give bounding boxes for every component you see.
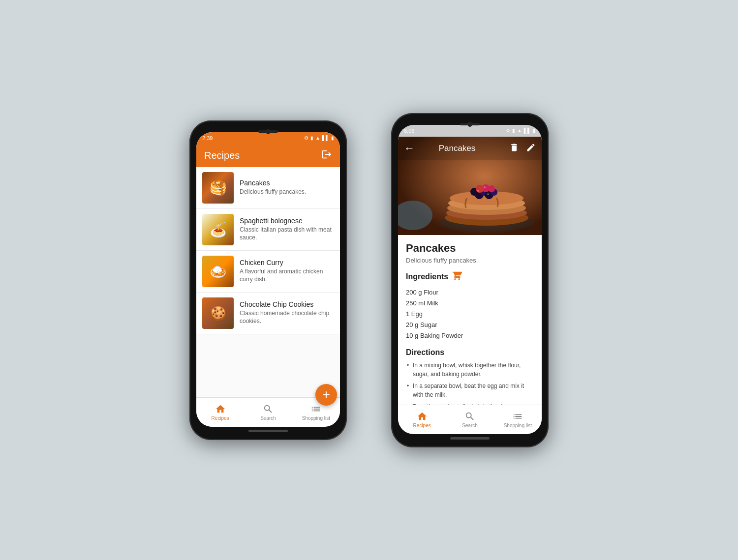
svg-point-15 bbox=[476, 185, 484, 193]
list-icon-right bbox=[512, 411, 523, 422]
cart-icon[interactable] bbox=[452, 271, 462, 283]
recipe-name-spaghetti: Spaghetti bolognese bbox=[240, 217, 334, 225]
direction-2: Pour the wet ingredients into the dry in… bbox=[406, 402, 534, 405]
recipe-item-cookies[interactable]: Chocolate Chip Cookies Classic homemade … bbox=[196, 293, 340, 334]
camera-right bbox=[467, 122, 472, 127]
pancake-image: ← Pancakes bbox=[398, 137, 542, 235]
wifi-icon-right: ▲ bbox=[517, 128, 522, 133]
list-icon-left bbox=[310, 404, 321, 414]
directions-list: In a mixing bowl, whisk together the flo… bbox=[406, 361, 534, 405]
direction-1: In a separate bowl, beat the egg and mix… bbox=[406, 382, 534, 399]
recipe-item-curry[interactable]: Chicken Curry A flavorful and aromatic c… bbox=[196, 251, 340, 293]
ingredient-0: 200 g Flour bbox=[406, 287, 534, 298]
recipe-info-curry: Chicken Curry A flavorful and aromatic c… bbox=[240, 259, 334, 283]
search-icon-right bbox=[464, 411, 475, 422]
recipe-name-pancakes: Pancakes bbox=[240, 179, 334, 187]
detail-header-title: Pancakes bbox=[405, 144, 509, 153]
app-title-left: Recipes bbox=[204, 150, 240, 161]
recipe-desc-spaghetti: Classic Italian pasta dish with meat sau… bbox=[240, 226, 334, 241]
status-icons-left: ⚙ ▮ ▲ ▌▌ ▮ bbox=[304, 135, 334, 141]
svg-point-14 bbox=[488, 185, 495, 192]
gear-icon-right: ⚙ bbox=[506, 128, 510, 133]
nav-item-recipes-right[interactable]: Recipes bbox=[398, 408, 446, 431]
recipe-name-cookies: Chocolate Chip Cookies bbox=[240, 300, 334, 308]
signal-bars-icon: ▌▌ bbox=[322, 135, 329, 141]
recipe-info-spaghetti: Spaghetti bolognese Classic Italian past… bbox=[240, 217, 334, 241]
recipe-thumb-pancakes bbox=[202, 172, 234, 204]
svg-point-18 bbox=[487, 193, 489, 195]
home-icon-left bbox=[215, 404, 226, 414]
gear-icon: ⚙ bbox=[304, 135, 308, 141]
nav-item-shopping-right[interactable]: Shopping list bbox=[494, 408, 542, 431]
phone-right: 6:06 ⚙ ▮ ▲ ▌▌ ▮ bbox=[391, 113, 549, 447]
screen-left: 2:39 ⚙ ▮ ▲ ▌▌ ▮ Recipes bbox=[196, 132, 340, 427]
recipe-detail-desc: Delicious fluffy pancakes. bbox=[406, 257, 534, 264]
svg-point-16 bbox=[477, 190, 479, 192]
battery-full-icon: ▮ bbox=[331, 135, 334, 141]
bottom-nav-right: Recipes Search Shopping list bbox=[398, 405, 542, 434]
svg-point-17 bbox=[484, 186, 486, 188]
nav-item-recipes-left[interactable]: Recipes bbox=[196, 401, 244, 424]
recipe-desc-pancakes: Delicious fluffy pancakes. bbox=[240, 188, 334, 196]
ingredient-4: 10 g Baking Powder bbox=[406, 330, 534, 341]
nav-label-shopping-left: Shopping list bbox=[302, 415, 330, 421]
nav-label-search-right: Search bbox=[462, 423, 478, 428]
camera-left bbox=[266, 129, 271, 134]
nav-label-recipes-right: Recipes bbox=[413, 423, 431, 428]
app-header-left: Recipes bbox=[196, 144, 340, 167]
edit-icon[interactable] bbox=[526, 143, 536, 154]
screen-right: 6:06 ⚙ ▮ ▲ ▌▌ ▮ bbox=[398, 125, 542, 434]
recipe-desc-curry: A flavorful and aromatic chicken curry d… bbox=[240, 268, 334, 283]
logout-icon[interactable] bbox=[321, 149, 332, 162]
ingredient-3: 20 g Sugar bbox=[406, 320, 534, 330]
phone-left: 2:39 ⚙ ▮ ▲ ▌▌ ▮ Recipes bbox=[189, 120, 347, 440]
nav-item-shopping-left[interactable]: Shopping list bbox=[292, 401, 340, 424]
recipe-item-spaghetti[interactable]: Spaghetti bolognese Classic Italian past… bbox=[196, 209, 340, 251]
recipe-info-pancakes: Pancakes Delicious fluffy pancakes. bbox=[240, 179, 334, 196]
ingredient-1: 250 ml Milk bbox=[406, 298, 534, 309]
detail-actions bbox=[509, 143, 536, 154]
signal-bars-icon-right: ▌▌ bbox=[524, 128, 531, 133]
recipe-thumb-curry bbox=[202, 256, 234, 287]
add-recipe-fab[interactable]: + bbox=[315, 384, 337, 406]
ingredients-section-title: Ingredients bbox=[406, 271, 534, 283]
home-icon-right bbox=[417, 411, 428, 422]
recipe-thumb-spaghetti bbox=[202, 214, 234, 245]
plus-icon: + bbox=[322, 388, 330, 402]
battery-icon-right: ▮ bbox=[512, 128, 515, 133]
direction-0: In a mixing bowl, whisk together the flo… bbox=[406, 361, 534, 379]
nav-label-shopping-right: Shopping list bbox=[504, 423, 532, 428]
recipe-info-cookies: Chocolate Chip Cookies Classic homemade … bbox=[240, 300, 334, 325]
status-time-left: 2:39 bbox=[202, 135, 213, 141]
detail-top-bar: ← Pancakes bbox=[398, 137, 542, 160]
status-time-right: 6:06 bbox=[404, 128, 414, 134]
recipe-item-pancakes[interactable]: Pancakes Delicious fluffy pancakes. bbox=[196, 167, 340, 209]
recipe-detail-title: Pancakes bbox=[406, 242, 534, 255]
detail-content: Pancakes Delicious fluffy pancakes. Ingr… bbox=[398, 235, 542, 405]
detail-header: ← Pancakes bbox=[398, 137, 542, 235]
home-bar-right bbox=[450, 437, 490, 440]
scene: 2:39 ⚙ ▮ ▲ ▌▌ ▮ Recipes bbox=[160, 84, 578, 477]
ingredients-list: 200 g Flour 250 ml Milk 1 Egg 20 g Sugar… bbox=[406, 287, 534, 341]
nav-item-search-left[interactable]: Search bbox=[244, 401, 292, 424]
status-icons-right: ⚙ ▮ ▲ ▌▌ ▮ bbox=[506, 128, 536, 133]
battery-full-icon-right: ▮ bbox=[533, 128, 536, 133]
search-icon-left bbox=[263, 404, 274, 414]
recipe-name-curry: Chicken Curry bbox=[240, 259, 334, 266]
home-bar-left bbox=[248, 430, 288, 432]
delete-icon[interactable] bbox=[509, 143, 519, 154]
ingredient-2: 1 Egg bbox=[406, 309, 534, 320]
battery-icon: ▮ bbox=[310, 135, 313, 141]
recipe-list: Pancakes Delicious fluffy pancakes. Spag… bbox=[196, 167, 340, 397]
nav-label-search-left: Search bbox=[260, 415, 276, 421]
recipe-desc-cookies: Classic homemade chocolate chip cookies. bbox=[240, 310, 334, 325]
directions-section-title: Directions bbox=[406, 348, 534, 357]
wifi-icon: ▲ bbox=[315, 135, 320, 141]
recipe-thumb-cookies bbox=[202, 297, 234, 329]
nav-item-search-right[interactable]: Search bbox=[446, 408, 493, 431]
nav-label-recipes-left: Recipes bbox=[212, 415, 229, 421]
